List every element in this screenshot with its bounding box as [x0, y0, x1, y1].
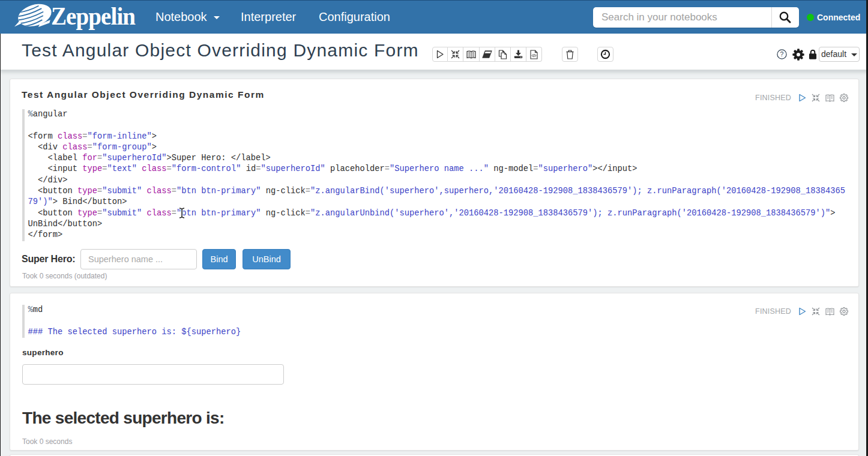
- svg-text:?: ?: [780, 50, 784, 58]
